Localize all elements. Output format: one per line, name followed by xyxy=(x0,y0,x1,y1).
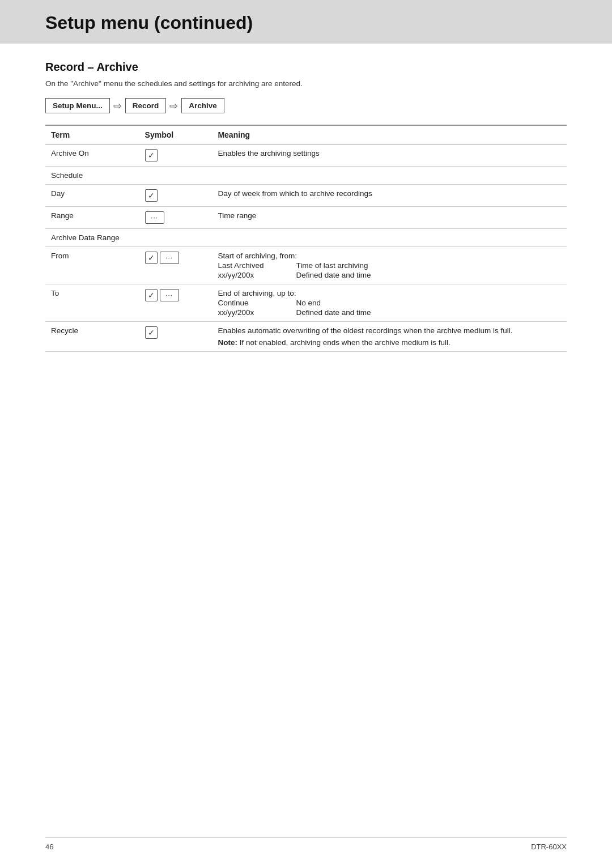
col-header-symbol: Symbol xyxy=(139,125,212,144)
symbol-cell: ··· xyxy=(139,207,212,229)
symbol-cell: ✓ ··· xyxy=(139,284,212,322)
term-cell: Archive Data Range xyxy=(45,229,139,247)
meaning-cell: Day of week from which to archive record… xyxy=(212,185,567,207)
table-row: Archive On ✓ Enables the archiving setti… xyxy=(45,144,567,167)
checkbox-icon: ✓ xyxy=(145,189,158,202)
checkbox-icon: ✓ xyxy=(145,149,158,161)
meaning-cell: Enables automatic overwriting of the old… xyxy=(212,322,567,352)
symbol-cell: ✓ xyxy=(139,185,212,207)
checkbox-icon: ✓ xyxy=(145,326,158,339)
subitem-label: xx/yy/200x xyxy=(218,271,291,279)
meaning-subitem: xx/yy/200x Defined date and time xyxy=(218,308,561,317)
breadcrumb-record[interactable]: Record xyxy=(125,98,167,113)
dotbox-icon: ··· xyxy=(160,252,179,264)
symbol-group: ✓ ··· xyxy=(145,289,207,301)
table-row: To ✓ ··· End of archiving, up to: Contin… xyxy=(45,284,567,322)
settings-table: Term Symbol Meaning Archive On ✓ Enables… xyxy=(45,125,567,352)
term-cell: Range xyxy=(45,207,139,229)
table-row: Schedule xyxy=(45,167,567,185)
col-header-term: Term xyxy=(45,125,139,144)
subitem-desc: No end xyxy=(296,299,321,307)
meaning-block: End of archiving, up to: Continue No end… xyxy=(218,289,561,317)
symbol-cell: ✓ xyxy=(139,322,212,352)
meaning-block: Start of archiving, from: Last Archived … xyxy=(218,252,561,279)
note-text: If not enabled, archiving ends when the … xyxy=(240,338,450,347)
subitem-label: Continue xyxy=(218,299,291,307)
subitem-desc: Defined date and time xyxy=(296,271,371,279)
col-header-meaning: Meaning xyxy=(212,125,567,144)
table-row: Recycle ✓ Enables automatic overwriting … xyxy=(45,322,567,352)
meaning-intro: Start of archiving, from: xyxy=(218,252,561,260)
meaning-cell: Enables the archiving settings xyxy=(212,144,567,167)
table-row: From ✓ ··· Start of archiving, from: Las… xyxy=(45,247,567,284)
meaning-subitem: Last Archived Time of last archiving xyxy=(218,261,561,270)
subitem-label: Last Archived xyxy=(218,261,291,270)
page: Setup menu (continued) Record – Archive … xyxy=(0,0,612,868)
symbol-group: ✓ ··· xyxy=(145,252,207,264)
meaning-block: Enables automatic overwriting of the old… xyxy=(218,326,561,347)
table-row: Day ✓ Day of week from which to archive … xyxy=(45,185,567,207)
page-footer: 46 DTR-60XX xyxy=(45,837,567,851)
breadcrumb: Setup Menu... ⇨ Record ⇨ Archive xyxy=(45,98,567,113)
symbol-cell: ✓ ··· xyxy=(139,247,212,284)
subitem-label: xx/yy/200x xyxy=(218,308,291,317)
meaning-cell: Time range xyxy=(212,207,567,229)
meaning-intro: End of archiving, up to: xyxy=(218,289,561,297)
symbol-cell: ✓ xyxy=(139,144,212,167)
meaning-cell: Start of archiving, from: Last Archived … xyxy=(212,247,567,284)
term-cell: Day xyxy=(45,185,139,207)
meaning-cell xyxy=(212,167,567,185)
section-title: Record – Archive xyxy=(45,61,567,74)
term-cell: Schedule xyxy=(45,167,139,185)
subitem-desc: Time of last archiving xyxy=(296,261,368,270)
intro-text: On the "Archive" menu the schedules and … xyxy=(45,79,567,88)
breadcrumb-arrow-2: ⇨ xyxy=(169,100,178,112)
meaning-main: Enables automatic overwriting of the old… xyxy=(218,326,561,335)
symbol-cell xyxy=(139,167,212,185)
breadcrumb-setup-menu[interactable]: Setup Menu... xyxy=(45,98,110,113)
page-header: Setup menu (continued) xyxy=(0,0,612,44)
dotbox-icon: ··· xyxy=(145,211,164,224)
footer-page-number: 46 xyxy=(45,843,53,851)
table-row: Range ··· Time range xyxy=(45,207,567,229)
meaning-cell: End of archiving, up to: Continue No end… xyxy=(212,284,567,322)
meaning-note: Note: If not enabled, archiving ends whe… xyxy=(218,338,561,347)
symbol-cell xyxy=(139,229,212,247)
footer-model: DTR-60XX xyxy=(531,843,567,851)
meaning-subitem: xx/yy/200x Defined date and time xyxy=(218,271,561,279)
subitem-desc: Defined date and time xyxy=(296,308,371,317)
breadcrumb-archive[interactable]: Archive xyxy=(181,98,224,113)
dotbox-icon: ··· xyxy=(160,289,179,301)
meaning-cell xyxy=(212,229,567,247)
checkbox-icon: ✓ xyxy=(145,289,158,301)
term-cell: To xyxy=(45,284,139,322)
breadcrumb-arrow-1: ⇨ xyxy=(113,100,122,112)
note-bold-label: Note: xyxy=(218,338,237,347)
table-row: Archive Data Range xyxy=(45,229,567,247)
term-cell: Archive On xyxy=(45,144,139,167)
term-cell: From xyxy=(45,247,139,284)
meaning-subitem: Continue No end xyxy=(218,299,561,307)
term-cell: Recycle xyxy=(45,322,139,352)
page-title: Setup menu (continued) xyxy=(45,12,567,33)
checkbox-icon: ✓ xyxy=(145,252,158,264)
